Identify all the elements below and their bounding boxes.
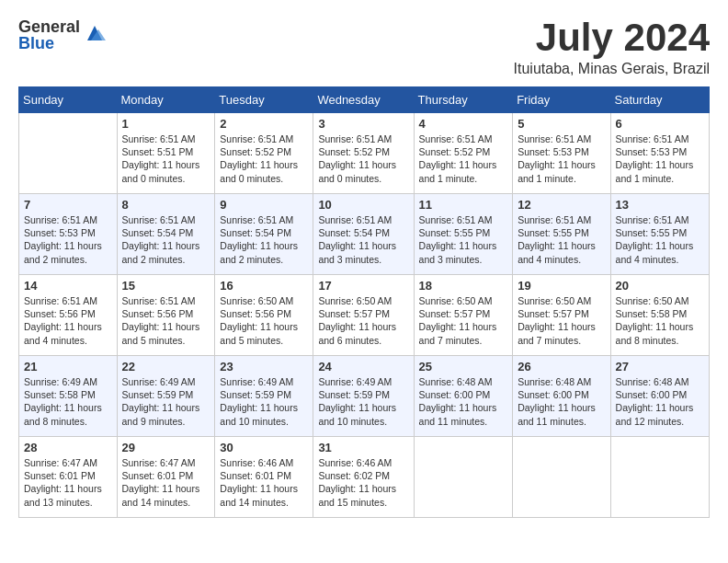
calendar-cell: 31Sunrise: 6:46 AM Sunset: 6:02 PM Dayli… [313,437,414,518]
day-info: Sunrise: 6:51 AM Sunset: 5:56 PM Dayligh… [122,294,210,347]
day-number: 15 [122,279,210,293]
day-info: Sunrise: 6:51 AM Sunset: 5:56 PM Dayligh… [24,294,112,347]
day-info: Sunrise: 6:51 AM Sunset: 5:54 PM Dayligh… [122,213,210,266]
weekday-header-friday: Friday [513,87,610,113]
calendar-cell [610,437,709,518]
day-info: Sunrise: 6:51 AM Sunset: 5:52 PM Dayligh… [318,132,408,185]
logo: General Blue [18,18,106,52]
calendar-cell: 19Sunrise: 6:50 AM Sunset: 5:57 PM Dayli… [513,275,610,356]
calendar-cell: 13Sunrise: 6:51 AM Sunset: 5:55 PM Dayli… [610,194,709,275]
title-block: July 2024 Ituiutaba, Minas Gerais, Brazi… [514,18,710,77]
calendar-cell: 12Sunrise: 6:51 AM Sunset: 5:55 PM Dayli… [513,194,610,275]
day-info: Sunrise: 6:51 AM Sunset: 5:55 PM Dayligh… [419,213,508,266]
calendar-cell: 20Sunrise: 6:50 AM Sunset: 5:58 PM Dayli… [610,275,709,356]
calendar-cell: 25Sunrise: 6:48 AM Sunset: 6:00 PM Dayli… [414,356,513,437]
calendar-cell [513,437,610,518]
calendar-cell: 1Sunrise: 6:51 AM Sunset: 5:51 PM Daylig… [117,113,215,194]
day-number: 20 [616,279,704,293]
month-title: July 2024 [514,18,710,57]
calendar-cell: 30Sunrise: 6:46 AM Sunset: 6:01 PM Dayli… [215,437,313,518]
day-number: 31 [318,441,408,454]
day-number: 17 [318,279,408,293]
weekday-header-thursday: Thursday [414,87,513,113]
calendar-week-row: 7Sunrise: 6:51 AM Sunset: 5:53 PM Daylig… [19,194,710,275]
calendar-cell: 14Sunrise: 6:51 AM Sunset: 5:56 PM Dayli… [19,275,118,356]
calendar-cell: 17Sunrise: 6:50 AM Sunset: 5:57 PM Dayli… [313,275,414,356]
day-info: Sunrise: 6:49 AM Sunset: 5:58 PM Dayligh… [24,375,112,428]
day-info: Sunrise: 6:48 AM Sunset: 6:00 PM Dayligh… [518,375,605,428]
calendar-week-row: 28Sunrise: 6:47 AM Sunset: 6:01 PM Dayli… [19,437,710,518]
day-info: Sunrise: 6:51 AM Sunset: 5:55 PM Dayligh… [518,213,605,266]
day-info: Sunrise: 6:51 AM Sunset: 5:55 PM Dayligh… [616,213,704,266]
day-info: Sunrise: 6:49 AM Sunset: 5:59 PM Dayligh… [122,375,210,428]
day-info: Sunrise: 6:50 AM Sunset: 5:57 PM Dayligh… [518,294,605,347]
day-info: Sunrise: 6:51 AM Sunset: 5:53 PM Dayligh… [616,132,704,185]
day-number: 27 [616,360,704,373]
calendar-cell: 11Sunrise: 6:51 AM Sunset: 5:55 PM Dayli… [414,194,513,275]
day-number: 11 [419,198,508,212]
day-number: 22 [122,360,210,373]
logo-blue-text: Blue [18,35,80,52]
calendar-cell: 3Sunrise: 6:51 AM Sunset: 5:52 PM Daylig… [313,113,414,194]
day-number: 2 [220,117,308,131]
weekday-header-sunday: Sunday [19,87,118,113]
day-info: Sunrise: 6:51 AM Sunset: 5:51 PM Dayligh… [122,132,210,185]
day-info: Sunrise: 6:51 AM Sunset: 5:53 PM Dayligh… [518,132,605,185]
logo-general-text: General [18,18,80,35]
calendar-cell: 2Sunrise: 6:51 AM Sunset: 5:52 PM Daylig… [215,113,313,194]
location-text: Ituiutaba, Minas Gerais, Brazil [514,61,710,77]
calendar-cell: 18Sunrise: 6:50 AM Sunset: 5:57 PM Dayli… [414,275,513,356]
day-number: 28 [24,441,112,454]
day-number: 26 [518,360,605,373]
calendar-cell: 10Sunrise: 6:51 AM Sunset: 5:54 PM Dayli… [313,194,414,275]
day-info: Sunrise: 6:51 AM Sunset: 5:54 PM Dayligh… [318,213,408,266]
day-number: 30 [220,441,308,454]
page-header: General Blue July 2024 Ituiutaba, Minas … [18,18,710,77]
day-number: 3 [318,117,408,131]
calendar-cell: 23Sunrise: 6:49 AM Sunset: 5:59 PM Dayli… [215,356,313,437]
day-info: Sunrise: 6:50 AM Sunset: 5:58 PM Dayligh… [616,294,704,347]
day-info: Sunrise: 6:46 AM Sunset: 6:01 PM Dayligh… [220,456,308,509]
day-number: 21 [24,360,112,373]
day-number: 12 [518,198,605,212]
calendar-cell: 22Sunrise: 6:49 AM Sunset: 5:59 PM Dayli… [117,356,215,437]
calendar-cell: 21Sunrise: 6:49 AM Sunset: 5:58 PM Dayli… [19,356,118,437]
day-info: Sunrise: 6:49 AM Sunset: 5:59 PM Dayligh… [220,375,308,428]
calendar-cell [19,113,118,194]
day-info: Sunrise: 6:51 AM Sunset: 5:54 PM Dayligh… [220,213,308,266]
day-number: 14 [24,279,112,293]
day-info: Sunrise: 6:51 AM Sunset: 5:52 PM Dayligh… [419,132,508,185]
day-number: 7 [24,198,112,212]
calendar-table: SundayMondayTuesdayWednesdayThursdayFrid… [18,86,710,518]
day-info: Sunrise: 6:49 AM Sunset: 5:59 PM Dayligh… [318,375,408,428]
calendar-cell: 9Sunrise: 6:51 AM Sunset: 5:54 PM Daylig… [215,194,313,275]
day-info: Sunrise: 6:50 AM Sunset: 5:57 PM Dayligh… [318,294,408,347]
day-info: Sunrise: 6:47 AM Sunset: 6:01 PM Dayligh… [24,456,112,509]
logo-icon [84,22,106,44]
calendar-cell: 29Sunrise: 6:47 AM Sunset: 6:01 PM Dayli… [117,437,215,518]
day-number: 23 [220,360,308,373]
calendar-cell: 16Sunrise: 6:50 AM Sunset: 5:56 PM Dayli… [215,275,313,356]
day-info: Sunrise: 6:48 AM Sunset: 6:00 PM Dayligh… [616,375,704,428]
calendar-cell: 6Sunrise: 6:51 AM Sunset: 5:53 PM Daylig… [610,113,709,194]
calendar-cell [414,437,513,518]
calendar-cell: 24Sunrise: 6:49 AM Sunset: 5:59 PM Dayli… [313,356,414,437]
day-number: 29 [122,441,210,454]
day-number: 1 [122,117,210,131]
day-info: Sunrise: 6:47 AM Sunset: 6:01 PM Dayligh… [122,456,210,509]
day-number: 6 [616,117,704,131]
calendar-cell: 7Sunrise: 6:51 AM Sunset: 5:53 PM Daylig… [19,194,118,275]
day-number: 25 [419,360,508,373]
calendar-cell: 28Sunrise: 6:47 AM Sunset: 6:01 PM Dayli… [19,437,118,518]
day-number: 16 [220,279,308,293]
day-info: Sunrise: 6:51 AM Sunset: 5:53 PM Dayligh… [24,213,112,266]
day-number: 5 [518,117,605,131]
calendar-cell: 8Sunrise: 6:51 AM Sunset: 5:54 PM Daylig… [117,194,215,275]
day-number: 9 [220,198,308,212]
day-info: Sunrise: 6:51 AM Sunset: 5:52 PM Dayligh… [220,132,308,185]
day-number: 8 [122,198,210,212]
day-info: Sunrise: 6:46 AM Sunset: 6:02 PM Dayligh… [318,456,408,509]
calendar-cell: 5Sunrise: 6:51 AM Sunset: 5:53 PM Daylig… [513,113,610,194]
weekday-header-row: SundayMondayTuesdayWednesdayThursdayFrid… [19,87,710,113]
weekday-header-monday: Monday [117,87,215,113]
